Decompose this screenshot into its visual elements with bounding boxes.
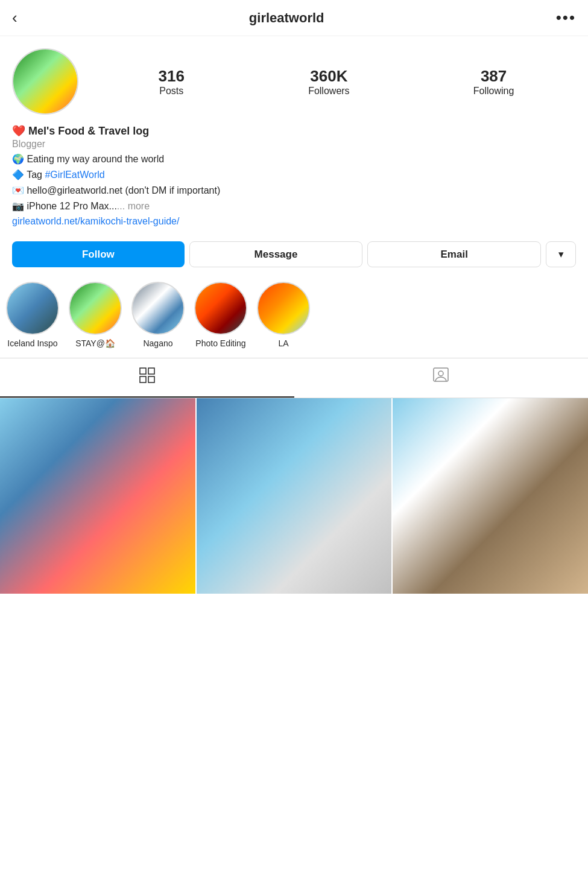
email-button[interactable]: Email: [367, 241, 541, 267]
highlight-item-2[interactable]: Nagano: [131, 282, 185, 348]
message-button[interactable]: Message: [189, 241, 363, 267]
photo-grid: [0, 398, 588, 594]
highlight-label-3: Photo Editing: [195, 338, 245, 348]
back-button[interactable]: ‹: [12, 8, 17, 27]
followers-count: 360K: [310, 67, 347, 86]
profile-category: Blogger: [12, 139, 576, 150]
hashtag-link[interactable]: #GirlEatWorld: [45, 170, 104, 180]
following-count: 387: [481, 67, 507, 86]
follow-button[interactable]: Follow: [12, 241, 185, 267]
bio-line-3: 💌 hello@girleatworld.net (don't DM if im…: [12, 183, 576, 198]
action-buttons: Follow Message Email ▾: [0, 241, 588, 276]
stats-row: 316 Posts 360K Followers 387 Following: [96, 67, 576, 97]
highlight-circle-3: [194, 282, 247, 335]
posts-count: 316: [159, 67, 185, 86]
bio-tag-text: Tag: [27, 170, 45, 180]
highlight-circle-1: [69, 282, 122, 335]
highlight-label-1: STAY@🏠: [75, 338, 115, 348]
bio-section: ❤️ Mel's Food & Travel log Blogger 🌍 Eat…: [12, 124, 576, 227]
followers-label: Followers: [308, 86, 349, 97]
svg-point-5: [438, 371, 443, 376]
profile-name: ❤️ Mel's Food & Travel log: [12, 124, 576, 138]
top-bar: ‹ girleatworld •••: [0, 0, 588, 36]
website-link[interactable]: girleatworld.net/kamikochi-travel-guide/: [12, 216, 179, 226]
tab-bar: [0, 358, 588, 398]
hashtag-icon: 🔷: [12, 170, 24, 180]
avatar[interactable]: [12, 48, 78, 115]
profile-top: 316 Posts 360K Followers 387 Following: [12, 48, 576, 115]
posts-label: Posts: [159, 86, 183, 97]
highlight-label-4: LA: [278, 338, 288, 348]
tab-tagged[interactable]: [294, 358, 589, 398]
tab-grid[interactable]: [0, 358, 294, 398]
highlight-item-3[interactable]: Photo Editing: [194, 282, 247, 348]
grid-item-0[interactable]: [0, 398, 195, 594]
stat-followers[interactable]: 360K Followers: [308, 67, 349, 97]
bio-line-2: 🔷 Tag #GirlEatWorld: [12, 168, 576, 182]
stat-following[interactable]: 387 Following: [473, 67, 514, 97]
grid-icon: [139, 367, 156, 388]
highlight-item-4[interactable]: LA: [257, 282, 310, 348]
highlight-circle-2: [131, 282, 185, 335]
tagged-icon: [432, 367, 449, 388]
svg-rect-1: [148, 368, 154, 374]
following-label: Following: [473, 86, 514, 97]
highlights-section: Iceland InspoSTAY@🏠NaganoPhoto EditingLA: [0, 276, 588, 358]
svg-rect-0: [140, 368, 146, 374]
bio-line-4: 📷 iPhone 12 Pro Max...... more: [12, 199, 576, 214]
highlight-circle-4: [257, 282, 310, 335]
highlight-label-0: Iceland Inspo: [7, 338, 57, 348]
svg-rect-2: [140, 376, 146, 383]
username-header: girleatworld: [249, 10, 324, 26]
more-actions-button[interactable]: ▾: [546, 241, 576, 267]
bio-line-1: 🌍 Eating my way around the world: [12, 152, 576, 167]
bio-more-link[interactable]: ... more: [117, 201, 150, 211]
highlight-circle-0: [6, 282, 59, 335]
highlight-item-1[interactable]: STAY@🏠: [69, 282, 122, 348]
profile-section: 316 Posts 360K Followers 387 Following ❤…: [0, 36, 588, 233]
highlight-label-2: Nagano: [143, 338, 172, 348]
grid-item-2[interactable]: [393, 398, 588, 594]
svg-rect-3: [148, 376, 154, 383]
stat-posts: 316 Posts: [159, 67, 185, 97]
more-options-button[interactable]: •••: [556, 8, 576, 27]
highlight-item-0[interactable]: Iceland Inspo: [6, 282, 59, 348]
grid-item-1[interactable]: [197, 398, 392, 594]
avatar-image: [13, 49, 77, 113]
